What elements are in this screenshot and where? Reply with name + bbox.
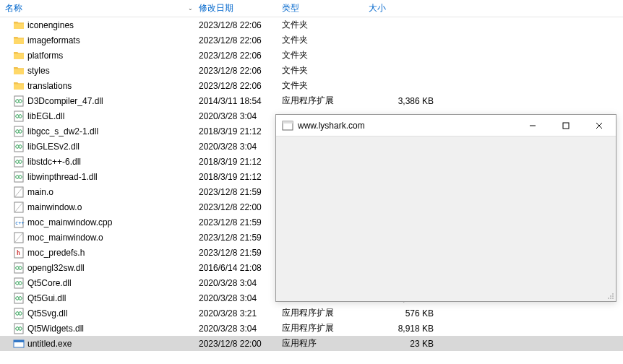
file-name: D3Dcompiler_47.dll bbox=[27, 96, 103, 106]
file-row[interactable]: platforms2023/12/8 22:06文件夹 bbox=[0, 48, 623, 63]
file-row[interactable]: styles2023/12/8 22:06文件夹 bbox=[0, 63, 623, 78]
file-type: 应用程序扩展 bbox=[282, 95, 369, 107]
folder-icon bbox=[13, 20, 25, 31]
app-icon bbox=[282, 120, 293, 131]
file-name: libgcc_s_dw2-1.dll bbox=[27, 126, 98, 136]
dll-icon bbox=[13, 141, 25, 152]
maximize-button[interactable] bbox=[549, 115, 583, 136]
file-name-cell: libEGL.dll bbox=[0, 110, 199, 122]
file-name: libGLESv2.dll bbox=[27, 142, 80, 152]
column-header-date[interactable]: 修改日期 bbox=[199, 0, 282, 17]
file-type: 应用程序 bbox=[282, 337, 369, 350]
file-name: platforms bbox=[27, 51, 63, 61]
file-name: main.o bbox=[27, 187, 53, 197]
file-type: 文件夹 bbox=[282, 79, 369, 92]
file-row[interactable]: D3Dcompiler_47.dll2014/3/11 18:54应用程序扩展3… bbox=[0, 93, 623, 108]
folder-icon bbox=[13, 65, 25, 77]
file-name-cell: main.o bbox=[0, 186, 199, 198]
folder-icon bbox=[13, 35, 25, 46]
file-type: 文件夹 bbox=[282, 49, 369, 61]
folder-icon bbox=[13, 80, 25, 92]
file-name-cell: libGLESv2.dll bbox=[0, 141, 199, 152]
file-date: 2018/3/19 21:12 bbox=[199, 172, 282, 182]
column-header-size-label: 大小 bbox=[369, 2, 386, 14]
resize-grip-icon[interactable] bbox=[606, 291, 614, 300]
file-name: moc_mainwindow.cpp bbox=[27, 217, 112, 228]
file-name: Qt5Svg.dll bbox=[27, 308, 67, 318]
file-name-cell: mainwindow.o bbox=[0, 202, 199, 213]
file-type: 应用程序扩展 bbox=[282, 307, 369, 319]
column-header-name-label: 名称 bbox=[5, 2, 22, 14]
file-type: 文件夹 bbox=[282, 19, 369, 31]
file-name-cell: styles bbox=[0, 65, 199, 77]
chevron-down-icon: ⌄ bbox=[188, 5, 193, 12]
minimize-button[interactable] bbox=[516, 115, 549, 136]
file-name-cell: platforms bbox=[0, 50, 199, 61]
column-header-name[interactable]: 名称 ⌄ bbox=[0, 0, 199, 17]
file-date: 2023/12/8 21:59 bbox=[199, 217, 282, 228]
file-date: 2023/12/8 21:59 bbox=[199, 187, 282, 197]
file-name-cell: libstdc++-6.dll bbox=[0, 156, 199, 168]
file-name-cell: libwinpthread-1.dll bbox=[0, 171, 199, 183]
dll-icon bbox=[13, 126, 25, 137]
file-date: 2023/12/8 22:06 bbox=[199, 35, 282, 46]
app-window: www.lyshark.com bbox=[275, 114, 616, 302]
file-name: moc_predefs.h bbox=[27, 248, 85, 258]
file-row[interactable]: Qt5Widgets.dll2020/3/28 3:04应用程序扩展8,918 … bbox=[0, 321, 623, 336]
file-date: 2020/3/28 3:04 bbox=[199, 111, 282, 121]
file-name: untitled.exe bbox=[27, 339, 72, 349]
close-button[interactable] bbox=[583, 115, 616, 136]
file-name-cell: moc_mainwindow.o bbox=[0, 232, 199, 243]
file-name: moc_mainwindow.o bbox=[27, 233, 103, 243]
file-name-cell: untitled.exe bbox=[0, 338, 199, 350]
exe-icon bbox=[13, 338, 25, 350]
file-date: 2020/3/28 3:21 bbox=[199, 308, 282, 318]
file-size: 23 KB bbox=[369, 339, 441, 349]
file-size: 8,918 KB bbox=[369, 324, 441, 334]
dll-icon bbox=[13, 277, 25, 289]
file-type: 应用程序扩展 bbox=[282, 322, 369, 334]
file-name: Qt5Core.dll bbox=[27, 278, 72, 288]
file-row[interactable]: translations2023/12/8 22:06文件夹 bbox=[0, 78, 623, 93]
dll-icon bbox=[13, 323, 25, 334]
file-date: 2018/3/19 21:12 bbox=[199, 157, 282, 167]
dll-icon bbox=[13, 95, 25, 107]
column-header-type-label: 类型 bbox=[282, 2, 299, 14]
file-name-cell: Qt5Svg.dll bbox=[0, 308, 199, 319]
file-date: 2023/12/8 22:00 bbox=[199, 339, 282, 349]
file-row[interactable]: untitled.exe2023/12/8 22:00应用程序23 KB bbox=[0, 336, 623, 351]
file-name-cell: Qt5Core.dll bbox=[0, 277, 199, 289]
cpp-icon bbox=[13, 217, 25, 228]
folder-icon bbox=[13, 50, 25, 61]
file-name: Qt5Gui.dll bbox=[27, 293, 66, 303]
file-date: 2023/12/8 22:06 bbox=[199, 20, 282, 30]
file-date: 2018/3/19 21:12 bbox=[199, 126, 282, 136]
file-name-cell: translations bbox=[0, 80, 199, 92]
column-header-type[interactable]: 类型 bbox=[282, 0, 369, 17]
file-name: translations bbox=[27, 81, 72, 91]
column-header-size[interactable]: 大小 bbox=[369, 0, 441, 17]
file-size: 3,386 KB bbox=[369, 96, 441, 106]
obj-icon bbox=[13, 186, 25, 198]
header-icon bbox=[13, 247, 25, 259]
file-date: 2020/3/28 3:04 bbox=[199, 324, 282, 334]
dll-icon bbox=[13, 308, 25, 319]
obj-icon bbox=[13, 232, 25, 243]
file-name: opengl32sw.dll bbox=[27, 263, 85, 273]
minimize-icon bbox=[529, 122, 536, 129]
file-date: 2014/3/11 18:54 bbox=[199, 96, 282, 106]
file-name-cell: D3Dcompiler_47.dll bbox=[0, 95, 199, 107]
file-name: styles bbox=[27, 66, 50, 76]
close-icon bbox=[596, 122, 603, 129]
file-type: 文件夹 bbox=[282, 64, 369, 77]
file-row[interactable]: imageformats2023/12/8 22:06文件夹 bbox=[0, 32, 623, 48]
file-name: iconengines bbox=[27, 20, 74, 30]
file-name: mainwindow.o bbox=[27, 202, 82, 212]
file-name-cell: moc_mainwindow.cpp bbox=[0, 217, 199, 228]
file-row[interactable]: iconengines2023/12/8 22:06文件夹 bbox=[0, 17, 623, 32]
file-row[interactable]: Qt5Svg.dll2020/3/28 3:21应用程序扩展576 KB bbox=[0, 306, 623, 321]
file-name-cell: imageformats bbox=[0, 35, 199, 46]
titlebar[interactable]: www.lyshark.com bbox=[276, 115, 616, 136]
maximize-icon bbox=[562, 122, 570, 129]
file-date: 2023/12/8 21:59 bbox=[199, 233, 282, 243]
